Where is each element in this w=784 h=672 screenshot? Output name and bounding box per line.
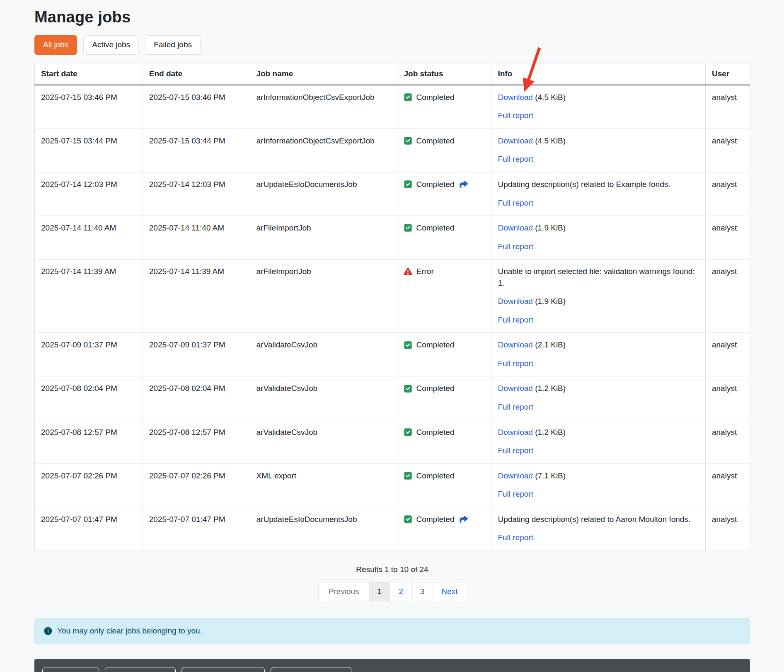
full-report-link[interactable]: Full report xyxy=(498,111,533,120)
table-header-row: Start date End date Job name Job status … xyxy=(35,63,750,85)
user-cell: analyst xyxy=(705,172,750,216)
filter-active-jobs-button[interactable]: Active jobs xyxy=(83,35,139,55)
job-status-label: Completed xyxy=(416,179,454,190)
page-title: Manage jobs xyxy=(34,8,750,26)
check-square-icon xyxy=(404,428,412,437)
job-info-cell: Download (4.5 KiB) Full report xyxy=(491,85,706,129)
full-report-link[interactable]: Full report xyxy=(498,199,533,207)
job-status-cell: Completed xyxy=(397,376,491,420)
start-date-cell: 2025-07-07 01:47 PM xyxy=(35,507,143,551)
jobs-table-body: 2025-07-15 03:46 PM 2025-07-15 03:46 PM … xyxy=(35,85,750,551)
download-link[interactable]: Download xyxy=(498,428,533,437)
full-report-link[interactable]: Full report xyxy=(498,446,533,455)
share-arrow-icon xyxy=(459,515,468,524)
download-size: (2.1 KiB) xyxy=(535,340,566,349)
job-status-label: Completed xyxy=(416,92,454,103)
download-size: (1.9 KiB) xyxy=(535,223,566,232)
table-row: 2025-07-14 11:39 AM 2025-07-14 11:39 AM … xyxy=(35,260,750,333)
full-report-link[interactable]: Full report xyxy=(498,403,533,411)
end-date-cell: 2025-07-07 02:26 PM xyxy=(143,463,250,507)
column-header-end-date: End date xyxy=(143,63,250,85)
download-link[interactable]: Download xyxy=(498,223,533,232)
job-status-label: Error xyxy=(416,266,433,277)
start-date-cell: 2025-07-14 11:40 AM xyxy=(35,216,143,260)
manage-jobs-page: Manage jobs All jobs Active jobs Failed … xyxy=(0,0,784,672)
pagination: Previous 123 Next xyxy=(318,582,467,601)
check-square-icon xyxy=(404,515,412,524)
download-link[interactable]: Download xyxy=(498,136,533,145)
refresh-button[interactable]: Refresh xyxy=(42,667,99,672)
end-date-cell: 2025-07-08 02:04 PM xyxy=(143,376,250,420)
pagination-page-2[interactable]: 2 xyxy=(390,582,411,601)
user-cell: analyst xyxy=(705,463,750,507)
end-date-cell: 2025-07-08 12:57 PM xyxy=(143,420,250,463)
filter-failed-jobs-button[interactable]: Failed jobs xyxy=(145,35,201,55)
full-report-link[interactable]: Full report xyxy=(498,359,533,368)
check-square-icon xyxy=(404,341,412,349)
export-history-csv-button[interactable]: Export history CSV xyxy=(181,667,265,672)
download-link[interactable]: Download xyxy=(498,93,533,102)
job-info-cell: Unable to import selected file: validati… xyxy=(491,260,706,333)
job-info-cell: Updating description(s) related to Examp… xyxy=(491,172,706,216)
job-info-message: Unable to import selected file: validati… xyxy=(498,266,699,289)
job-name-cell: arUpdateEsIoDocumentsJob xyxy=(250,172,397,216)
pagination-page-1[interactable]: 1 xyxy=(369,582,390,601)
job-info-cell: Download (4.5 KiB) Full report xyxy=(491,129,706,172)
job-status-cell: Completed xyxy=(397,85,491,129)
filter-all-jobs-button[interactable]: All jobs xyxy=(34,35,77,55)
column-header-user: User xyxy=(705,63,750,85)
start-date-cell: 2025-07-07 02:26 PM xyxy=(35,463,143,507)
table-row: 2025-07-14 12:03 PM 2025-07-14 12:03 PM … xyxy=(35,172,750,216)
share-arrow-icon xyxy=(459,180,468,189)
table-row: 2025-07-07 01:47 PM 2025-07-07 01:47 PM … xyxy=(35,507,750,551)
user-cell: analyst xyxy=(705,260,750,333)
check-square-icon xyxy=(404,180,412,189)
table-row: 2025-07-14 11:40 AM 2025-07-14 11:40 AM … xyxy=(35,216,750,260)
start-date-cell: 2025-07-15 03:46 PM xyxy=(35,85,143,129)
download-size: (4.5 KiB) xyxy=(535,93,566,102)
download-link[interactable]: Download xyxy=(498,297,533,306)
job-info-cell: Download (2.1 KiB) Full report xyxy=(491,333,706,376)
user-cell: analyst xyxy=(705,85,750,129)
job-status-cell: Completed xyxy=(397,333,491,376)
download-link[interactable]: Download xyxy=(498,340,533,349)
results-summary: Results 1 to 10 of 24 xyxy=(34,565,750,574)
full-report-link[interactable]: Full report xyxy=(498,533,533,542)
pagination-next[interactable]: Next xyxy=(433,582,466,601)
auto-refresh-button[interactable]: Auto refresh xyxy=(105,667,176,672)
download-link[interactable]: Download xyxy=(498,384,533,393)
job-filter-group: All jobs Active jobs Failed jobs xyxy=(34,35,750,55)
table-row: 2025-07-07 02:26 PM 2025-07-07 02:26 PM … xyxy=(35,463,750,507)
download-link[interactable]: Download xyxy=(498,471,533,480)
job-status-label: Completed xyxy=(416,222,454,234)
user-cell: analyst xyxy=(705,420,750,463)
table-row: 2025-07-09 01:37 PM 2025-07-09 01:37 PM … xyxy=(35,333,750,376)
user-cell: analyst xyxy=(705,216,750,260)
job-name-cell: arFileImportJob xyxy=(250,260,397,333)
full-report-link[interactable]: Full report xyxy=(498,155,533,163)
job-name-cell: arUpdateEsIoDocumentsJob xyxy=(250,507,397,551)
pagination-previous[interactable]: Previous xyxy=(319,582,369,601)
download-size: (1.2 KiB) xyxy=(535,428,566,437)
job-status-cell: Completed xyxy=(397,420,491,463)
start-date-cell: 2025-07-14 12:03 PM xyxy=(35,172,143,216)
full-report-link[interactable]: Full report xyxy=(498,315,533,324)
clear-inactive-jobs-button[interactable]: Clear inactive jobs xyxy=(271,667,351,672)
check-square-icon xyxy=(404,384,412,393)
job-info-cell: Download (1.2 KiB) Full report xyxy=(491,420,706,463)
full-report-link[interactable]: Full report xyxy=(498,242,533,251)
job-info-cell: Updating description(s) related to Aaron… xyxy=(491,507,706,551)
end-date-cell: 2025-07-14 12:03 PM xyxy=(143,172,250,216)
end-date-cell: 2025-07-14 11:40 AM xyxy=(143,216,250,260)
job-name-cell: arValidateCsvJob xyxy=(250,333,397,376)
job-status-cell: Completed xyxy=(397,463,491,507)
job-status-label: Completed xyxy=(416,383,454,394)
table-row: 2025-07-15 03:46 PM 2025-07-15 03:46 PM … xyxy=(35,85,750,129)
job-status-cell: Completed xyxy=(397,172,491,216)
end-date-cell: 2025-07-15 03:44 PM xyxy=(143,129,250,172)
pagination-page-3[interactable]: 3 xyxy=(411,582,433,601)
job-info-cell: Download (1.2 KiB) Full report xyxy=(491,376,706,420)
info-alert-text: You may only clear jobs belonging to you… xyxy=(57,626,202,636)
full-report-link[interactable]: Full report xyxy=(498,490,533,498)
job-info-message: Updating description(s) related to Examp… xyxy=(498,179,699,190)
